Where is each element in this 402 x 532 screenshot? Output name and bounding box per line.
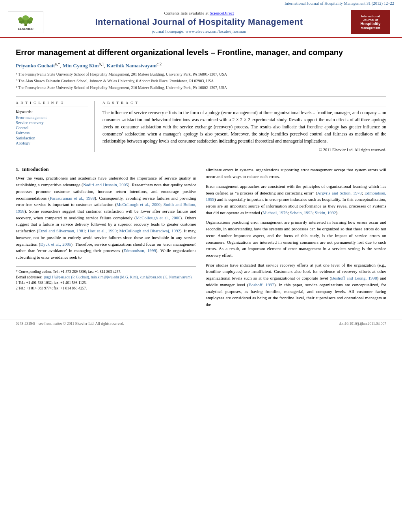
sciencedirect-text: ScienceDirect bbox=[210, 11, 234, 15]
author-3-super: c,2 bbox=[156, 61, 162, 66]
main-content: Error management at different organizati… bbox=[0, 38, 402, 319]
author-2: Min Gyung Kim bbox=[63, 63, 99, 69]
ref-edmondson1[interactable]: Edmondson, 1999 bbox=[123, 248, 156, 253]
ref-schein[interactable]: Schein, 1993 bbox=[290, 210, 313, 215]
article-title: Error management at different organizati… bbox=[16, 47, 386, 57]
svg-point-5 bbox=[18, 17, 23, 21]
hospitality-logo: International Journal of Hospitality Man… bbox=[351, 10, 390, 34]
keyword-5: Satisfaction bbox=[16, 136, 88, 140]
affil-1-text: The Pennsylvania State University School… bbox=[18, 71, 227, 78]
keyword-1: Error management bbox=[16, 115, 88, 120]
hosp-logo-line2: Journal of bbox=[363, 18, 378, 22]
affil-3-text: The Pennsylvania State University School… bbox=[18, 85, 227, 91]
author-3: Karthik Namasivayam bbox=[107, 63, 157, 69]
affiliations: a The Pennsylvania State University Scho… bbox=[16, 71, 386, 91]
article-info-heading: A R T I C L E I N F O bbox=[16, 101, 88, 106]
keyword-4-link[interactable]: Fairness bbox=[16, 131, 30, 135]
keyword-6: Apology bbox=[16, 141, 88, 145]
affil-1-super: a bbox=[16, 71, 17, 78]
affil-2-super: b bbox=[16, 78, 17, 84]
footnote-email-link[interactable]: pug117@psu.edu (P. Guchait), min.kim@jwu… bbox=[44, 275, 193, 279]
keyword-5-link[interactable]: Satisfaction bbox=[16, 136, 35, 140]
elsevier-tree-icon bbox=[16, 14, 35, 26]
keyword-1-link[interactable]: Error management bbox=[16, 115, 47, 120]
homepage-url: www.elsevier.com/locate/ijhosman bbox=[186, 29, 246, 33]
affil-2-text: The Alan Shawn Feinstein Graduate School… bbox=[19, 78, 214, 84]
affiliation-1: a The Pennsylvania State University Scho… bbox=[16, 71, 386, 78]
ref-sitkin[interactable]: Sitkin, 1992 bbox=[315, 210, 336, 215]
bottom-bar: 0278-4319/$ – see front matter © 2011 El… bbox=[0, 319, 402, 328]
ref-hart[interactable]: Hart et al., 1990 bbox=[88, 228, 117, 233]
body-two-col: 1. Introduction Over the years, practiti… bbox=[16, 167, 386, 311]
keyword-2-link[interactable]: Service recovery bbox=[16, 120, 44, 125]
homepage-label: journal homepage: bbox=[152, 29, 184, 33]
keyword-2: Service recovery bbox=[16, 120, 88, 125]
copyright-line: © 2011 Elsevier Ltd. All rights reserved… bbox=[102, 148, 386, 152]
intro-para-1: Over the years, practitioners and academ… bbox=[16, 175, 196, 260]
ref-mccollough3[interactable]: McCollough and Bharadwaj, 1992 bbox=[119, 228, 180, 233]
contents-bar: Contents lists available at ScienceDirec… bbox=[47, 11, 351, 15]
author-1-super: a,* bbox=[55, 61, 60, 66]
hosp-logo-line3: Hospitality bbox=[360, 22, 380, 26]
right-para-4: Prior studies have indicated that servic… bbox=[206, 262, 386, 308]
sciencedirect-link[interactable]: ScienceDirect bbox=[210, 11, 234, 15]
right-para-1: eliminate errors in systems, organizatio… bbox=[206, 167, 386, 180]
right-para-3: Organizations practicing error managemen… bbox=[206, 219, 386, 258]
body-right-column: eliminate errors in systems, organizatio… bbox=[206, 167, 386, 311]
doi-text: doi:10.1016/j.ijhm.2011.04.007 bbox=[339, 322, 386, 326]
keywords-label: Keywords: bbox=[16, 109, 88, 114]
author-1: Priyanko Guchait bbox=[16, 63, 55, 69]
ref-nadiri[interactable]: Nadiri and Hussain, 2005 bbox=[83, 182, 128, 187]
contents-label: Contents lists available at bbox=[164, 11, 208, 15]
article-info-column: A R T I C L E I N F O Keywords: Error ma… bbox=[16, 101, 95, 152]
article-info-abstract-section: A R T I C L E I N F O Keywords: Error ma… bbox=[16, 96, 386, 152]
abstract-text: The influence of service recovery effort… bbox=[102, 109, 386, 145]
author-2-super: b,1 bbox=[99, 61, 104, 66]
svg-point-4 bbox=[22, 15, 29, 20]
elsevier-logo: ELSEVIER bbox=[8, 11, 43, 33]
ref-argyris[interactable]: Argyris and Schon, 1978 bbox=[317, 191, 362, 195]
keyword-3-link[interactable]: Control bbox=[16, 126, 28, 130]
section-divider bbox=[16, 160, 386, 160]
hosp-logo-line4: Management bbox=[361, 26, 380, 30]
right-para-2: Error management approaches are consiste… bbox=[206, 183, 386, 216]
article-ref-text: International Journal of Hospitality Man… bbox=[285, 1, 394, 6]
hosp-logo-line1: International bbox=[361, 15, 380, 18]
authors-line: Priyanko Guchaita,*, Min Gyung Kimb,1, K… bbox=[16, 61, 386, 69]
homepage-link[interactable]: www.elsevier.com/locate/ijhosman bbox=[186, 29, 246, 33]
article-reference-strip: International Journal of Hospitality Man… bbox=[0, 0, 402, 7]
journal-title-area: Contents lists available at ScienceDirec… bbox=[47, 11, 351, 33]
ref-boshoff2[interactable]: Boshoff, 1997 bbox=[249, 282, 274, 287]
footnote-note2: 2 Tel.: +1 814 863 9774; fax: +1 814 863… bbox=[16, 285, 196, 291]
elsevier-logo-area: ELSEVIER bbox=[8, 11, 47, 33]
affil-3-super: c bbox=[16, 85, 17, 91]
abstract-heading: A B S T R A C T bbox=[102, 101, 386, 106]
affiliation-2: b The Alan Shawn Feinstein Graduate Scho… bbox=[16, 78, 386, 84]
ref-dyck[interactable]: Dyck et al., 2005 bbox=[40, 242, 71, 247]
ref-etzel[interactable]: Etzel and Silverman, 1981 bbox=[38, 228, 85, 233]
hospitality-logo-area: International Journal of Hospitality Man… bbox=[351, 10, 394, 34]
issn-text: 0278-4319/$ – see front matter © 2011 El… bbox=[16, 322, 124, 326]
keyword-3: Control bbox=[16, 126, 88, 130]
section-1-title: 1. Introduction bbox=[16, 167, 196, 172]
svg-point-6 bbox=[28, 17, 33, 21]
journal-header: ELSEVIER Contents lists available at Sci… bbox=[0, 7, 402, 38]
ref-mccollough1[interactable]: McCollough et al., 2000 bbox=[117, 202, 161, 207]
keyword-4: Fairness bbox=[16, 131, 88, 135]
journal-homepage-line: journal homepage: www.elsevier.com/locat… bbox=[47, 29, 351, 33]
body-left-column: 1. Introduction Over the years, practiti… bbox=[16, 167, 196, 311]
footnote-emails: E-mail addresses: pug117@psu.edu (P. Guc… bbox=[16, 274, 196, 280]
footnote-corresponding: * Corresponding author. Tel.: +1 573 289… bbox=[16, 269, 196, 274]
ref-parasuraman[interactable]: Parasuraman et al., 1988 bbox=[50, 196, 95, 200]
ref-smith[interactable]: Smith and Bolton, 1998 bbox=[16, 202, 196, 213]
footnotes-area: * Corresponding author. Tel.: +1 573 289… bbox=[16, 266, 196, 291]
keyword-6-link[interactable]: Apology bbox=[16, 141, 30, 145]
abstract-column: A B S T R A C T The influence of service… bbox=[102, 101, 386, 152]
elsevier-text: ELSEVIER bbox=[18, 27, 34, 31]
affiliation-3: c The Pennsylvania State University Scho… bbox=[16, 85, 386, 91]
ref-michael[interactable]: Michael, 1976 bbox=[262, 210, 288, 215]
ref-mccollough2[interactable]: McCollough et al., 2000 bbox=[136, 215, 181, 220]
ref-boshoff1[interactable]: Boshoff and Leong, 1998 bbox=[331, 276, 377, 280]
journal-main-title: International Journal of Hospitality Man… bbox=[47, 17, 351, 27]
footnote-note1: 1 Tel.: +1 401 598 1032; fax: +1 401 598… bbox=[16, 280, 196, 285]
